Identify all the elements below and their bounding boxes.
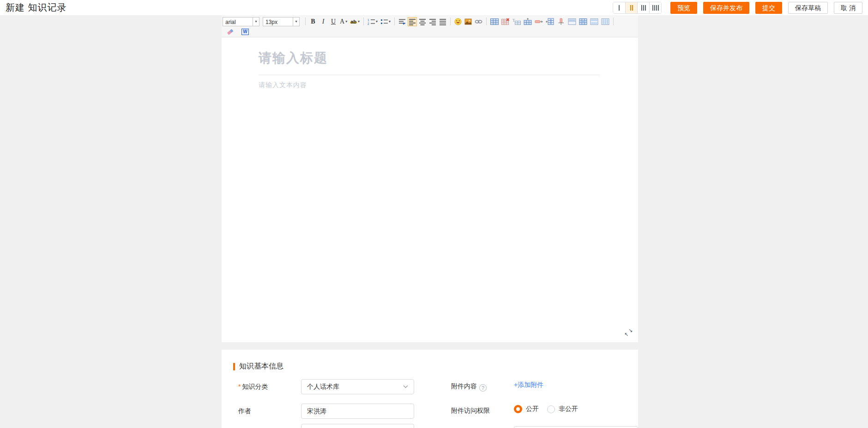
section-header: 知识基本信息 bbox=[233, 362, 283, 371]
resize-arrow-icon: ↖ bbox=[624, 332, 628, 337]
next-field-input[interactable] bbox=[301, 424, 414, 428]
toolbar-separator bbox=[450, 18, 451, 25]
italic-icon[interactable]: I bbox=[319, 17, 328, 26]
toolbar-separator bbox=[613, 18, 614, 25]
chevron-down-icon bbox=[403, 385, 408, 388]
page-title: 新建 知识记录 bbox=[6, 1, 67, 14]
category-select-value: 个人话术库 bbox=[307, 383, 339, 391]
attachment-access-label: 附件访问权限 bbox=[451, 407, 490, 415]
align-justify-icon[interactable] bbox=[438, 17, 447, 26]
col-insert-icon[interactable] bbox=[545, 17, 555, 26]
svg-text:1: 1 bbox=[368, 18, 369, 21]
author-label: 作者 bbox=[238, 407, 251, 416]
save-publish-button[interactable]: 保存并发布 bbox=[703, 2, 749, 14]
layout-four-column-icon[interactable] bbox=[649, 2, 661, 13]
align-right-icon[interactable] bbox=[428, 17, 437, 26]
view-toggle-group bbox=[613, 2, 662, 14]
emoji-icon[interactable] bbox=[453, 17, 463, 26]
category-select[interactable]: 个人话术库 bbox=[301, 379, 414, 394]
toolbar-row-1: arial ▾ 13px ▾ B I U A ▾ ab ▾ 12 ▾ bbox=[223, 16, 637, 27]
save-draft-button[interactable]: 保存草稿 bbox=[788, 2, 828, 14]
editor-content-area[interactable]: 请输入标题 请输入文本内容 ↘ ↖ bbox=[222, 37, 638, 342]
submit-button[interactable]: 提交 bbox=[755, 2, 782, 14]
table-insert-icon[interactable] bbox=[489, 17, 500, 26]
cancel-button[interactable]: 取 消 bbox=[834, 2, 862, 14]
editor-toolbar: arial ▾ 13px ▾ B I U A ▾ ab ▾ 12 ▾ bbox=[222, 15, 638, 37]
chevron-down-icon: ▾ bbox=[253, 18, 259, 26]
radio-private[interactable] bbox=[547, 405, 555, 413]
bold-icon[interactable]: B bbox=[308, 17, 318, 26]
unordered-list-icon[interactable]: ▾ bbox=[380, 17, 392, 26]
font-family-select[interactable]: arial ▾ bbox=[223, 17, 259, 26]
font-size-select[interactable]: 13px ▾ bbox=[263, 17, 300, 26]
align-left-icon[interactable] bbox=[408, 17, 417, 26]
required-mark: * bbox=[238, 383, 241, 390]
layout-three-column-icon[interactable] bbox=[637, 2, 649, 13]
radio-private-label[interactable]: 非公开 bbox=[559, 405, 578, 413]
category-label: *知识分类 bbox=[238, 383, 268, 391]
layout-one-column-icon[interactable] bbox=[613, 2, 625, 13]
title-input[interactable]: 请输入标题 bbox=[259, 49, 328, 67]
cell-merge-all-icon[interactable] bbox=[578, 17, 588, 26]
insert-link-icon[interactable] bbox=[474, 17, 483, 26]
section-title: 知识基本信息 bbox=[239, 362, 283, 371]
title-divider bbox=[259, 75, 600, 75]
font-color-icon[interactable]: A ▾ bbox=[339, 17, 348, 26]
toolbar-separator bbox=[305, 18, 306, 25]
add-attachment-link[interactable]: +添加附件 bbox=[514, 381, 543, 389]
header-actions: 预览 保存并发布 提交 保存草稿 取 消 bbox=[613, 2, 862, 14]
attachment-label: 附件内容? bbox=[451, 382, 487, 392]
cell-merge-icon[interactable] bbox=[567, 17, 577, 26]
row-delete-icon[interactable] bbox=[534, 17, 544, 26]
row-split-icon[interactable] bbox=[589, 17, 599, 26]
table-delete-icon[interactable] bbox=[500, 17, 511, 26]
table-caption-icon[interactable]: T bbox=[512, 17, 522, 26]
paste-from-word-icon[interactable]: W bbox=[241, 27, 250, 36]
body-input[interactable]: 请输入文本内容 bbox=[259, 81, 307, 89]
insert-image-icon[interactable] bbox=[464, 17, 473, 26]
align-center-icon[interactable] bbox=[418, 17, 427, 26]
layout-two-column-icon[interactable] bbox=[625, 2, 637, 13]
ordered-list-icon[interactable]: 12 ▾ bbox=[367, 17, 379, 26]
toolbar-separator bbox=[486, 18, 487, 25]
toolbar-separator bbox=[363, 18, 364, 25]
col-split-icon[interactable] bbox=[600, 17, 610, 26]
page-header: 新建 知识记录 预览 保存并发布 提交 保存草稿 取 消 bbox=[0, 0, 868, 15]
chevron-down-icon: ▾ bbox=[293, 18, 299, 26]
help-icon[interactable]: ? bbox=[479, 384, 487, 392]
toolbar-separator bbox=[394, 18, 395, 25]
editor-resize-handle[interactable]: ↘ ↖ bbox=[624, 328, 634, 338]
row-insert-icon[interactable] bbox=[523, 17, 533, 26]
highlight-color-icon[interactable]: ab ▾ bbox=[349, 17, 361, 26]
radio-public-label[interactable]: 公开 bbox=[526, 405, 539, 413]
rich-text-editor: arial ▾ 13px ▾ B I U A ▾ ab ▾ 12 ▾ bbox=[222, 15, 638, 342]
svg-text:2: 2 bbox=[368, 22, 369, 25]
resize-arrow-icon: ↘ bbox=[628, 328, 633, 333]
basic-info-panel: 知识基本信息 *知识分类 个人话术库 作者 附件内容? +添加附件 附件访问权限… bbox=[222, 350, 638, 428]
radio-public-selected[interactable] bbox=[514, 405, 522, 413]
toolbar-row-2: W bbox=[223, 27, 637, 36]
next-field-input-right[interactable] bbox=[514, 426, 638, 428]
section-accent-bar bbox=[233, 363, 235, 370]
author-input[interactable] bbox=[301, 404, 414, 419]
attachment-access-radios: 公开 非公开 bbox=[514, 405, 578, 413]
underline-icon[interactable]: U bbox=[329, 17, 338, 26]
preview-button[interactable]: 预览 bbox=[670, 2, 697, 14]
col-delete-icon[interactable] bbox=[556, 17, 566, 26]
format-eraser-icon[interactable] bbox=[225, 27, 235, 36]
indent-icon[interactable] bbox=[398, 17, 407, 26]
